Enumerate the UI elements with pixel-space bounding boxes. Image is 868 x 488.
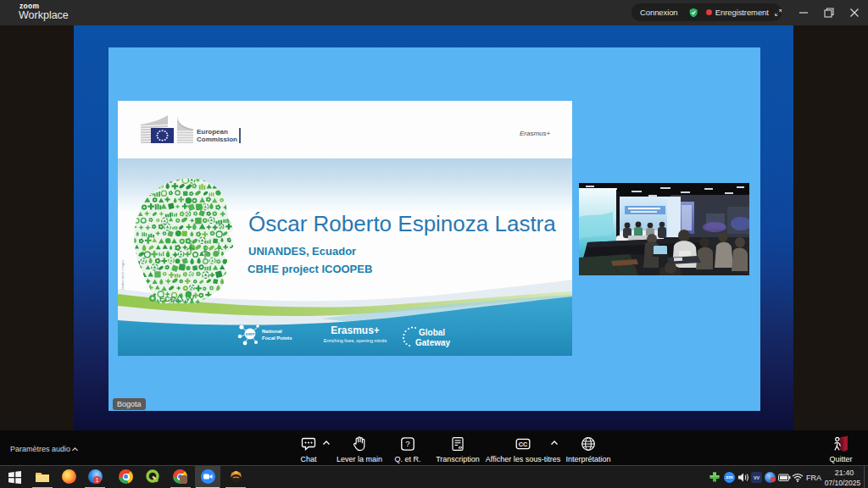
svg-text:Focal Points: Focal Points [262,336,292,341]
svg-text:Gateway: Gateway [415,338,451,347]
svg-text:?: ? [405,439,409,448]
svg-text:ENFP: ENFP [246,332,255,336]
svg-text:National: National [262,329,282,334]
svg-text:ECO: ECO [159,295,176,303]
svg-text:CC: CC [519,441,527,448]
svg-text:Global: Global [419,328,445,337]
